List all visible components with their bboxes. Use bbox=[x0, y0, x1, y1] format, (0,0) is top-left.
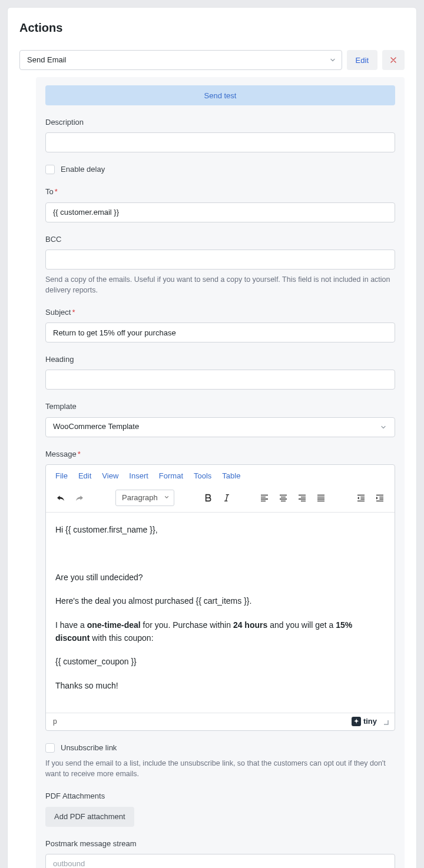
bcc-label: BCC bbox=[45, 234, 395, 245]
field-postmark: Postmark message stream Optional - Defau… bbox=[45, 839, 395, 868]
bcc-input[interactable] bbox=[45, 250, 395, 270]
align-left-icon bbox=[260, 493, 269, 503]
rich-text-editor: File Edit View Insert Format Tools Table bbox=[45, 464, 395, 731]
outdent-button[interactable] bbox=[352, 490, 370, 506]
unsubscribe-row[interactable]: Unsubscribe link bbox=[45, 743, 395, 753]
menu-file[interactable]: File bbox=[55, 471, 68, 481]
enable-delay-label: Enable delay bbox=[61, 164, 105, 175]
editor-content[interactable]: Hi {{ customer.first_name }}, Are you st… bbox=[46, 513, 395, 713]
field-pdf: PDF Attachments Add PDF attachment bbox=[45, 791, 395, 826]
add-pdf-button[interactable]: Add PDF attachment bbox=[45, 807, 134, 827]
close-icon bbox=[390, 57, 396, 63]
editor-menubar: File Edit View Insert Format Tools Table bbox=[46, 465, 395, 486]
enable-delay-checkbox[interactable] bbox=[45, 165, 55, 174]
enable-delay-row[interactable]: Enable delay bbox=[45, 164, 395, 175]
resize-icon bbox=[382, 718, 389, 725]
unsubscribe-label: Unsubscribe link bbox=[61, 743, 117, 753]
editor-paragraph: {{ customer_coupon }} bbox=[55, 655, 385, 668]
undo-button[interactable] bbox=[52, 490, 69, 506]
italic-icon bbox=[222, 493, 231, 503]
to-label: To* bbox=[45, 187, 395, 197]
bold-button[interactable] bbox=[199, 490, 217, 506]
heading-label: Heading bbox=[45, 354, 395, 365]
menu-insert[interactable]: Insert bbox=[129, 471, 148, 481]
message-label: Message* bbox=[45, 449, 395, 460]
actions-card: Actions Send Email Edit Send test Descri… bbox=[7, 7, 417, 868]
subject-label: Subject* bbox=[45, 307, 395, 318]
bcc-help: Send a copy of the emails. Useful if you… bbox=[45, 274, 395, 295]
editor-element-path[interactable]: p bbox=[53, 717, 57, 727]
field-template: Template WooCommerce Template bbox=[45, 401, 395, 437]
redo-button[interactable] bbox=[71, 490, 88, 506]
postmark-input[interactable] bbox=[45, 854, 395, 868]
field-description: Description bbox=[45, 117, 395, 152]
menu-edit[interactable]: Edit bbox=[78, 471, 91, 481]
menu-view[interactable]: View bbox=[102, 471, 118, 481]
align-justify-icon bbox=[316, 493, 326, 503]
template-label: Template bbox=[45, 401, 395, 412]
pdf-label: PDF Attachments bbox=[45, 791, 395, 802]
action-type-select[interactable]: Send Email bbox=[19, 50, 342, 70]
field-bcc: BCC Send a copy of the emails. Useful if… bbox=[45, 234, 395, 295]
align-center-icon bbox=[279, 493, 288, 503]
align-right-icon bbox=[297, 493, 307, 503]
undo-icon bbox=[55, 493, 66, 503]
menu-tools[interactable]: Tools bbox=[194, 471, 211, 481]
editor-toolbar: Paragraph bbox=[46, 486, 395, 513]
delete-action-button[interactable] bbox=[382, 50, 405, 70]
menu-format[interactable]: Format bbox=[159, 471, 183, 481]
editor-paragraph: Here's the deal you almost purchased {{ … bbox=[55, 594, 385, 607]
field-to: To* bbox=[45, 187, 395, 222]
field-heading: Heading bbox=[45, 354, 395, 390]
description-label: Description bbox=[45, 117, 395, 128]
align-left-button[interactable] bbox=[256, 490, 273, 506]
align-center-button[interactable] bbox=[274, 490, 292, 506]
resize-handle[interactable] bbox=[382, 718, 389, 725]
unsubscribe-checkbox[interactable] bbox=[45, 743, 55, 753]
editor-statusbar: p ✦tiny bbox=[46, 713, 395, 730]
description-input[interactable] bbox=[45, 132, 395, 152]
template-select[interactable]: WooCommerce Template bbox=[45, 417, 395, 437]
send-test-button[interactable]: Send test bbox=[45, 85, 395, 105]
bold-icon bbox=[203, 493, 213, 503]
redo-icon bbox=[74, 493, 85, 503]
to-input[interactable] bbox=[45, 202, 395, 222]
unsubscribe-help: If you send the email to a list, include… bbox=[45, 758, 395, 779]
page-title: Actions bbox=[19, 19, 405, 36]
postmark-label: Postmark message stream bbox=[45, 839, 395, 849]
indent-button[interactable] bbox=[371, 490, 389, 506]
action-type-select-wrap: Send Email bbox=[19, 50, 342, 70]
outdent-icon bbox=[356, 493, 366, 503]
indent-icon bbox=[375, 493, 385, 503]
align-justify-button[interactable] bbox=[312, 490, 330, 506]
edit-button[interactable]: Edit bbox=[347, 50, 377, 70]
editor-paragraph: Are you still undecided? bbox=[55, 571, 385, 584]
align-right-button[interactable] bbox=[293, 490, 311, 506]
heading-input[interactable] bbox=[45, 370, 395, 390]
editor-paragraph: Hi {{ customer.first_name }}, bbox=[55, 523, 385, 536]
block-format-select[interactable]: Paragraph bbox=[115, 490, 174, 506]
italic-button[interactable] bbox=[218, 490, 236, 506]
editor-paragraph: I have a one-time-deal for you. Purchase… bbox=[55, 618, 385, 645]
action-body: Send test Description Enable delay To* B bbox=[36, 77, 405, 868]
tinymce-logo: ✦tiny bbox=[352, 716, 377, 727]
field-message: Message* File Edit View Insert Format To… bbox=[45, 449, 395, 731]
menu-table[interactable]: Table bbox=[222, 471, 240, 481]
subject-input[interactable] bbox=[45, 322, 395, 342]
editor-paragraph: Thanks so much! bbox=[55, 679, 385, 692]
action-header-row: Send Email Edit bbox=[19, 50, 405, 70]
field-subject: Subject* bbox=[45, 307, 395, 342]
